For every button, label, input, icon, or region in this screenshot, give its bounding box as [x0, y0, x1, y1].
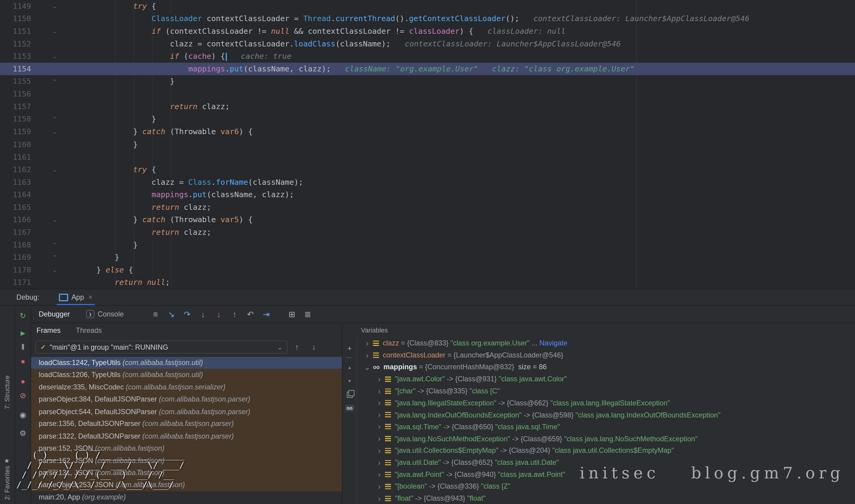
variable-row[interactable]: ›"java.lang.NoSuchMethodException" -> {C…: [357, 433, 855, 445]
stack-frame[interactable]: parse:162, JSON (com.alibaba.fastjson): [31, 454, 342, 467]
fold-marker-icon[interactable]: ⌃: [31, 238, 78, 251]
resume-icon[interactable]: ▶: [17, 327, 29, 338]
add-watch-icon[interactable]: +: [345, 344, 354, 353]
layout-grid-icon[interactable]: ⊞: [284, 309, 300, 319]
close-icon[interactable]: ×: [88, 293, 93, 301]
force-step-into-icon[interactable]: ↓: [211, 310, 227, 319]
scroll-down-icon[interactable]: ▼: [345, 377, 354, 385]
settings-gear-icon[interactable]: ⚙: [17, 428, 29, 438]
tab-frames[interactable]: Frames: [36, 326, 60, 334]
code-line[interactable]: 1168⌃ }: [0, 238, 855, 251]
code-line[interactable]: 1157 return clazz;: [0, 101, 855, 113]
fold-marker-icon[interactable]: ⌃: [31, 113, 78, 126]
variable-row[interactable]: ›"java.lang.IllegalStateException" -> {C…: [357, 397, 855, 409]
code-line[interactable]: 1154 mappings.put(className, clazz);clas…: [0, 63, 855, 75]
show-execution-point-icon[interactable]: ↘: [163, 309, 179, 319]
chevron-down-icon[interactable]: ⌄: [363, 363, 372, 371]
stack-frame[interactable]: main:20, App (org.example): [31, 491, 342, 504]
code-line[interactable]: 1149⌄ try {: [0, 0, 855, 13]
variable-row[interactable]: ›"java.awt.Point" -> {Class@940} "class …: [357, 468, 855, 481]
code-line[interactable]: 1169⌃ }: [0, 251, 855, 264]
code-line[interactable]: 1161: [0, 151, 855, 163]
variable-row[interactable]: ›"float" -> {Class@943} "float": [357, 492, 855, 504]
rerun-icon[interactable]: ↻: [17, 310, 29, 321]
line-number[interactable]: 1171: [0, 276, 31, 289]
fold-marker-icon[interactable]: ⌄: [31, 213, 78, 226]
chevron-right-icon[interactable]: ›: [375, 434, 384, 443]
fold-marker-icon[interactable]: ⌄: [31, 0, 78, 13]
code-line[interactable]: 1153⌄ if (cache) {cache: true: [0, 50, 855, 63]
line-number[interactable]: 1160: [0, 138, 31, 151]
variable-row[interactable]: ›"java.lang.IndexOutOfBoundsException" -…: [357, 409, 855, 421]
stack-frame[interactable]: parse:131, JSON (com.alibaba.fastjson): [31, 467, 342, 479]
fold-marker-icon[interactable]: ⌄: [31, 25, 78, 38]
tab-threads[interactable]: Threads: [76, 326, 102, 334]
code-line[interactable]: 1170⌄ } else {: [0, 264, 855, 276]
chevron-right-icon[interactable]: ›: [375, 482, 384, 491]
navigate-link[interactable]: Navigate: [539, 339, 568, 347]
code-line[interactable]: 1152 clazz = contextClassLoader.loadClas…: [0, 38, 855, 50]
variable-row[interactable]: ›"[char" -> {Class@335} "class [C": [357, 385, 855, 397]
fold-marker-icon[interactable]: ⌃: [31, 75, 78, 88]
code-line[interactable]: 1150 ClassLoader contextClassLoader = Th…: [0, 13, 855, 25]
stack-frame[interactable]: loadClass:1206, TypeUtils (com.alibaba.f…: [31, 369, 342, 381]
fold-marker-icon[interactable]: ⌄: [31, 50, 78, 63]
stack-frame[interactable]: parse:1356, DefaultJSONParser (com.aliba…: [31, 418, 342, 430]
line-number[interactable]: 1170: [0, 264, 31, 276]
chevron-right-icon[interactable]: ›: [375, 398, 384, 407]
fold-marker-icon[interactable]: ⌄: [31, 163, 78, 176]
scroll-up-icon[interactable]: ▲: [345, 363, 354, 372]
stack-frame[interactable]: parseObject:384, DefaultJSONParser (com.…: [31, 394, 342, 406]
chevron-right-icon[interactable]: ›: [375, 470, 384, 479]
variable-row[interactable]: ›"java.sql.Time" -> {Class@650} "class j…: [357, 421, 855, 433]
code-line[interactable]: 1165 return clazz;: [0, 201, 855, 214]
thread-dump-camera-icon[interactable]: ◉: [17, 409, 29, 420]
line-number[interactable]: 1150: [0, 13, 31, 25]
view-options-icon[interactable]: ≣: [300, 309, 316, 319]
chevron-right-icon[interactable]: ›: [363, 339, 372, 347]
variable-row[interactable]: ›"[boolean" -> {Class@336} "class [Z": [357, 481, 855, 492]
chevron-right-icon[interactable]: ›: [363, 351, 372, 360]
code-line[interactable]: 1156: [0, 88, 855, 101]
code-editor[interactable]: 1149⌄ try {1150 ClassLoader contextClass…: [0, 0, 855, 289]
line-number[interactable]: 1168: [0, 238, 31, 251]
code-line[interactable]: 1158⌃ }: [0, 113, 855, 126]
tab-debugger[interactable]: Debugger: [38, 310, 71, 318]
chevron-right-icon[interactable]: ›: [375, 411, 384, 419]
run-to-cursor-icon[interactable]: ⇥: [258, 309, 274, 319]
line-number[interactable]: 1161: [0, 151, 31, 163]
code-line[interactable]: 1155⌃ }: [0, 75, 855, 88]
fold-marker-icon[interactable]: ⌄: [31, 126, 78, 138]
mute-breakpoints-icon[interactable]: ⊘: [17, 390, 29, 401]
line-number[interactable]: 1166: [0, 213, 31, 226]
line-number[interactable]: 1158: [0, 113, 31, 126]
line-number[interactable]: 1165: [0, 201, 31, 214]
arrow-up-icon[interactable]: ↑: [290, 343, 304, 352]
line-number[interactable]: 1167: [0, 226, 31, 239]
variable-row[interactable]: ›contextClassLoader = {Launcher$AppClass…: [357, 349, 855, 361]
stack-frame[interactable]: deserialze:335, MiscCodec (com.alibaba.f…: [31, 381, 342, 394]
variable-row[interactable]: ⌄oomappings = {ConcurrentHashMap@832} si…: [357, 361, 855, 373]
line-number[interactable]: 1162: [0, 163, 31, 176]
line-number[interactable]: 1152: [0, 38, 31, 50]
line-number[interactable]: 1153: [0, 50, 31, 63]
variable-row[interactable]: ›"java.awt.Color" -> {Class@931} "class …: [357, 373, 855, 385]
variables-tree[interactable]: ›clazz = {Class@833} "class org.example.…: [357, 337, 855, 504]
show-watches-icon[interactable]: oo: [345, 403, 354, 412]
view-breakpoints-icon[interactable]: ●: [17, 376, 29, 387]
code-line[interactable]: 1151⌄ if (contextClassLoader != null && …: [0, 25, 855, 38]
drop-frame-icon[interactable]: ↶: [243, 309, 258, 319]
line-number[interactable]: 1154: [0, 63, 31, 75]
chevron-right-icon[interactable]: ›: [375, 386, 384, 395]
step-out-icon[interactable]: ↑: [227, 310, 243, 319]
line-number[interactable]: 1151: [0, 25, 31, 38]
sidebar-item-favorites[interactable]: 2: Favorites: [3, 466, 11, 500]
variable-row[interactable]: ›"java.util.Collections$EmptyMap" -> {Cl…: [357, 445, 855, 457]
code-line[interactable]: 1164 mappings.put(className, clazz);: [0, 188, 855, 201]
code-line[interactable]: 1159⌄ } catch (Throwable var6) {: [0, 126, 855, 138]
duplicate-icon[interactable]: [345, 390, 354, 399]
thread-selector-dropdown[interactable]: ✓ "main"@1 in group "main": RUNNING ⌄: [35, 341, 287, 354]
line-number[interactable]: 1157: [0, 101, 31, 113]
tab-console[interactable]: ❯ Console: [85, 310, 125, 318]
code-line[interactable]: 1166⌄ } catch (Throwable var5) {: [0, 213, 855, 226]
